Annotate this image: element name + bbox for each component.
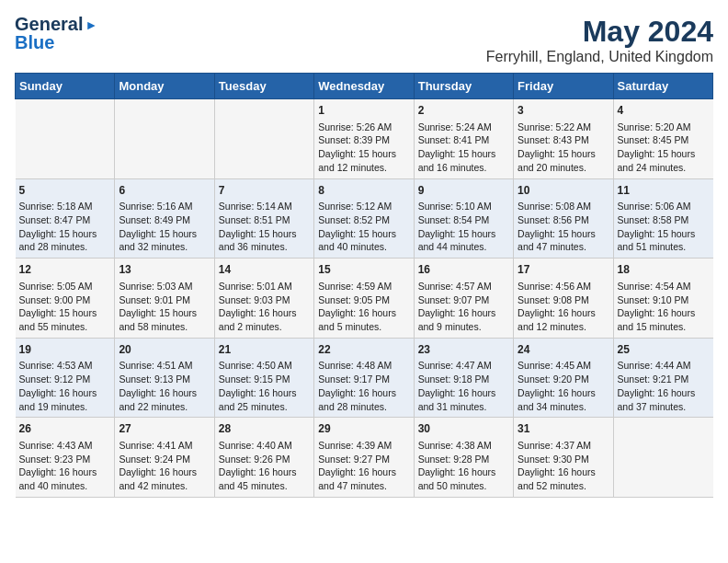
- cell-content: Sunset: 9:18 PM: [418, 373, 509, 386]
- week-row-4: 19Sunrise: 4:53 AMSunset: 9:12 PMDayligh…: [16, 338, 713, 418]
- calendar-cell: 7Sunrise: 5:14 AMSunset: 8:51 PMDaylight…: [214, 178, 313, 259]
- day-number: 11: [618, 183, 710, 199]
- cell-content: Daylight: 16 hours: [19, 465, 111, 479]
- calendar-cell: 5Sunrise: 5:18 AMSunset: 8:47 PMDaylight…: [16, 178, 115, 259]
- cell-content: Sunset: 8:45 PM: [618, 133, 710, 147]
- calendar-cell: 22Sunrise: 4:48 AMSunset: 9:17 PMDayligh…: [314, 338, 414, 418]
- cell-content: Sunrise: 4:45 AM: [518, 359, 609, 373]
- calendar-cell: 1Sunrise: 5:26 AMSunset: 8:39 PMDaylight…: [314, 99, 414, 179]
- cell-content: Sunrise: 5:12 AM: [318, 200, 409, 213]
- cell-content: Daylight: 16 hours: [518, 306, 609, 320]
- cell-content: Sunrise: 4:44 AM: [618, 359, 710, 373]
- cell-content: and 28 minutes.: [318, 400, 409, 414]
- cell-content: Daylight: 16 hours: [219, 306, 310, 320]
- cell-content: Sunset: 8:43 PM: [518, 133, 609, 147]
- day-number: 3: [518, 103, 609, 119]
- cell-content: Sunrise: 4:57 AM: [418, 280, 509, 293]
- cell-content: and 31 minutes.: [418, 400, 509, 414]
- cell-content: and 47 minutes.: [318, 479, 409, 493]
- cell-content: and 19 minutes.: [19, 400, 111, 414]
- cell-content: Daylight: 16 hours: [219, 465, 310, 479]
- cell-content: Sunset: 8:51 PM: [219, 213, 310, 227]
- page-title: May 2024: [486, 15, 713, 49]
- cell-content: Daylight: 16 hours: [318, 306, 409, 320]
- cell-content: and 44 minutes.: [418, 240, 509, 254]
- day-number: 30: [418, 421, 509, 437]
- calendar-cell: 13Sunrise: 5:03 AMSunset: 9:01 PMDayligh…: [115, 259, 214, 339]
- cell-content: and 47 minutes.: [518, 240, 609, 254]
- cell-content: Sunrise: 4:47 AM: [418, 359, 509, 373]
- cell-content: and 28 minutes.: [19, 240, 111, 254]
- calendar-cell: 6Sunrise: 5:16 AMSunset: 8:49 PMDaylight…: [115, 178, 214, 259]
- cell-content: Sunset: 8:47 PM: [19, 213, 111, 227]
- day-number: 26: [19, 421, 111, 437]
- cell-content: Daylight: 15 hours: [318, 227, 409, 241]
- cell-content: Sunset: 8:39 PM: [318, 133, 409, 147]
- cell-content: Sunset: 9:26 PM: [219, 453, 310, 466]
- cell-content: Sunrise: 4:38 AM: [418, 439, 509, 453]
- day-number: 21: [219, 342, 310, 358]
- cell-content: Sunrise: 4:53 AM: [19, 359, 111, 373]
- cell-content: Sunrise: 4:56 AM: [518, 280, 609, 293]
- day-number: 19: [19, 342, 111, 358]
- header: General ► Blue May 2024 Ferryhill, Engla…: [15, 15, 713, 65]
- cell-content: Sunrise: 5:22 AM: [518, 121, 609, 134]
- cell-content: Daylight: 15 hours: [19, 306, 111, 320]
- cell-content: Sunrise: 4:40 AM: [219, 439, 310, 453]
- calendar-cell: 21Sunrise: 4:50 AMSunset: 9:15 PMDayligh…: [214, 338, 313, 418]
- column-header-friday: Friday: [514, 74, 613, 99]
- header-row: SundayMondayTuesdayWednesdayThursdayFrid…: [16, 74, 713, 99]
- cell-content: Sunset: 9:00 PM: [19, 293, 111, 307]
- cell-content: Sunrise: 5:20 AM: [618, 121, 710, 134]
- cell-content: Daylight: 15 hours: [518, 147, 609, 161]
- calendar-cell: 24Sunrise: 4:45 AMSunset: 9:20 PMDayligh…: [514, 338, 613, 418]
- cell-content: and 51 minutes.: [618, 240, 710, 254]
- cell-content: Daylight: 16 hours: [618, 386, 710, 400]
- cell-content: Sunset: 9:07 PM: [418, 293, 509, 307]
- logo-blue: Blue: [15, 32, 54, 52]
- calendar-cell: 10Sunrise: 5:08 AMSunset: 8:56 PMDayligh…: [514, 178, 613, 259]
- calendar-cell: 30Sunrise: 4:38 AMSunset: 9:28 PMDayligh…: [414, 418, 513, 498]
- cell-content: and 2 minutes.: [219, 320, 310, 334]
- cell-content: Sunset: 9:20 PM: [518, 373, 609, 386]
- cell-content: Daylight: 16 hours: [19, 386, 111, 400]
- calendar-cell: 28Sunrise: 4:40 AMSunset: 9:26 PMDayligh…: [214, 418, 313, 498]
- column-header-sunday: Sunday: [16, 74, 115, 99]
- cell-content: Daylight: 16 hours: [418, 306, 509, 320]
- calendar-cell: 8Sunrise: 5:12 AMSunset: 8:52 PMDaylight…: [314, 178, 414, 259]
- calendar-table: SundayMondayTuesdayWednesdayThursdayFrid…: [15, 73, 713, 498]
- week-row-3: 12Sunrise: 5:05 AMSunset: 9:00 PMDayligh…: [16, 259, 713, 339]
- cell-content: Sunset: 8:58 PM: [618, 213, 710, 227]
- day-number: 13: [119, 262, 210, 278]
- calendar-cell: [214, 99, 313, 179]
- cell-content: Sunrise: 5:14 AM: [219, 200, 310, 213]
- cell-content: Daylight: 15 hours: [219, 227, 310, 241]
- cell-content: Sunset: 9:08 PM: [518, 293, 609, 307]
- calendar-cell: 20Sunrise: 4:51 AMSunset: 9:13 PMDayligh…: [115, 338, 214, 418]
- day-number: 7: [219, 183, 310, 199]
- cell-content: Sunrise: 5:16 AM: [119, 200, 210, 213]
- cell-content: Sunset: 9:17 PM: [318, 373, 409, 386]
- week-row-5: 26Sunrise: 4:43 AMSunset: 9:23 PMDayligh…: [16, 418, 713, 498]
- calendar-cell: 17Sunrise: 4:56 AMSunset: 9:08 PMDayligh…: [514, 259, 613, 339]
- cell-content: Daylight: 16 hours: [618, 306, 710, 320]
- cell-content: Sunset: 9:03 PM: [219, 293, 310, 307]
- cell-content: Daylight: 16 hours: [418, 465, 509, 479]
- cell-content: Sunset: 8:49 PM: [119, 213, 210, 227]
- calendar-cell: 3Sunrise: 5:22 AMSunset: 8:43 PMDaylight…: [514, 99, 613, 179]
- cell-content: and 37 minutes.: [618, 400, 710, 414]
- cell-content: Sunrise: 4:48 AM: [318, 359, 409, 373]
- cell-content: Sunset: 9:05 PM: [318, 293, 409, 307]
- cell-content: Daylight: 15 hours: [119, 227, 210, 241]
- cell-content: Sunrise: 5:10 AM: [418, 200, 509, 213]
- calendar-cell: 15Sunrise: 4:59 AMSunset: 9:05 PMDayligh…: [314, 259, 414, 339]
- cell-content: Daylight: 16 hours: [119, 465, 210, 479]
- column-header-wednesday: Wednesday: [314, 74, 414, 99]
- cell-content: Sunrise: 4:37 AM: [518, 439, 609, 453]
- cell-content: Sunrise: 5:18 AM: [19, 200, 111, 213]
- calendar-cell: 25Sunrise: 4:44 AMSunset: 9:21 PMDayligh…: [613, 338, 712, 418]
- cell-content: and 42 minutes.: [119, 479, 210, 493]
- cell-content: Sunset: 8:41 PM: [418, 133, 509, 147]
- cell-content: Sunset: 9:01 PM: [119, 293, 210, 307]
- cell-content: Daylight: 15 hours: [618, 147, 710, 161]
